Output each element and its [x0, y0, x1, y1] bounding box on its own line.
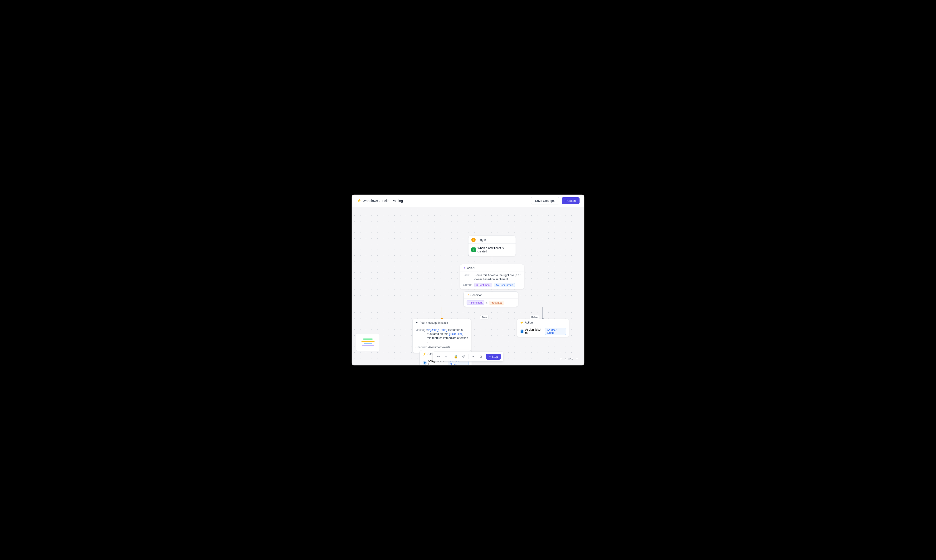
- message-value: @{User_Group}@{User_Group} customer is f…: [427, 328, 468, 344]
- breadcrumb: ⚡ Workflows / Ticket Routing: [356, 198, 403, 203]
- slack-icon: ✦: [416, 321, 418, 325]
- channel-row: Channel: #sentiment-alerts: [416, 345, 468, 349]
- sentiment-tag: ≡ Sentiment: [474, 283, 492, 287]
- mini-bar-3: [364, 343, 372, 344]
- person-icon-false: 👤: [520, 329, 524, 334]
- save-changes-button[interactable]: Save Changes: [531, 197, 559, 205]
- scissors-button[interactable]: ✂: [470, 353, 477, 360]
- step-label: Step: [491, 355, 498, 358]
- zoom-minus-button[interactable]: −: [574, 356, 580, 362]
- condition-header-label: Condition: [470, 294, 482, 297]
- refresh-button[interactable]: ↺: [460, 353, 467, 360]
- task-row: Task: Route this ticket to the right gro…: [463, 273, 521, 282]
- channel-value: #sentiment-alerts: [428, 345, 450, 349]
- action-false-body: 👤 Assign ticket to Aa User Group: [517, 326, 569, 337]
- condition-node[interactable]: ⇄ Condition ≡ Sentiment is Frustrated: [463, 291, 518, 307]
- breadcrumb-separator: /: [379, 199, 380, 203]
- user-group-tag: Aa User Group: [494, 283, 515, 287]
- task-label: Task:: [463, 273, 473, 277]
- ask-ai-header-label: Ask AI: [467, 266, 475, 270]
- condition-header: ⇄ Condition: [464, 292, 518, 298]
- trigger-header-label: Trigger: [477, 238, 486, 242]
- message-row: Message: @{User_Group}@{User_Group} cust…: [416, 328, 468, 344]
- trigger-row: + When a new ticket is created: [471, 246, 513, 254]
- copy-button[interactable]: ⧉: [477, 353, 484, 360]
- trigger-node-header: ⚡ Trigger: [468, 236, 516, 244]
- user-group-tag-false: Aa User Group: [545, 328, 566, 335]
- mini-bar-1: [363, 338, 373, 340]
- person-icon-true: 👤: [423, 361, 427, 365]
- message-label: Message:: [416, 328, 425, 332]
- condition-value: Frustrated: [489, 301, 504, 305]
- app-window: ⚡ Workflows / Ticket Routing Save Change…: [351, 194, 585, 366]
- condition-sentiment-tag: ≡ Sentiment: [466, 300, 484, 305]
- step-plus-icon: +: [489, 355, 491, 358]
- lock-button[interactable]: 🔒: [453, 353, 459, 360]
- channel-label: Channel:: [416, 345, 427, 349]
- ask-ai-body: Task: Route this ticket to the right gro…: [460, 271, 524, 289]
- action-false-header: ⚡ Action: [517, 319, 569, 326]
- workflow-canvas: ⚡ Trigger + When a new ticket is created…: [352, 207, 584, 365]
- zoom-value: 100%: [565, 357, 573, 361]
- zoom-control: + 100% −: [558, 356, 580, 362]
- post-message-body: Message: @{User_Group}@{User_Group} cust…: [413, 326, 471, 353]
- condition-body: ≡ Sentiment is Frustrated: [464, 298, 518, 307]
- bottom-toolbar: ↩ ↪ 🔒 ↺ ✂ ⧉ + Step: [433, 352, 503, 362]
- undo-button[interactable]: ↩: [435, 353, 442, 360]
- trigger-icon: ⚡: [471, 238, 476, 242]
- post-message-header-label: Post message in slack: [419, 321, 448, 325]
- redo-button[interactable]: ↪: [443, 353, 450, 360]
- action-false-header-label: Action: [525, 321, 533, 324]
- output-label: Output: [463, 283, 473, 287]
- action-node-false[interactable]: ⚡ Action 👤 Assign ticket to Aa User Grou…: [517, 319, 569, 337]
- header: ⚡ Workflows / Ticket Routing Save Change…: [352, 195, 584, 207]
- trigger-text: When a new ticket is created: [477, 246, 513, 253]
- header-actions: Save Changes Publish: [531, 197, 580, 205]
- green-plus-icon: +: [471, 248, 476, 252]
- condition-is: is: [486, 301, 488, 304]
- ask-ai-header: ✦ Ask AI: [460, 264, 524, 271]
- mini-map: [356, 333, 380, 351]
- breadcrumb-workflows[interactable]: Workflows: [363, 199, 378, 203]
- publish-button[interactable]: Publish: [562, 197, 580, 204]
- breadcrumb-current: Ticket Routing: [382, 199, 403, 203]
- true-branch-label: True: [480, 315, 489, 320]
- ask-ai-icon: ✦: [463, 266, 466, 270]
- action-false-icon: ⚡: [520, 321, 523, 324]
- action-true-icon: ⚡: [423, 352, 426, 355]
- post-message-node[interactable]: ✦ Post message in slack Message: @{User_…: [413, 319, 471, 353]
- trigger-node[interactable]: ⚡ Trigger + When a new ticket is created: [468, 235, 516, 256]
- zoom-plus-button[interactable]: +: [558, 356, 563, 362]
- assign-text-false: Assign ticket to: [525, 328, 544, 335]
- mini-bar-2: [362, 341, 374, 342]
- task-value: Route this ticket to the right group or …: [474, 273, 521, 282]
- post-message-header: ✦ Post message in slack: [413, 319, 471, 326]
- condition-icon: ⇄: [466, 294, 469, 297]
- output-row: Output ≡ Sentiment Aa User Group: [463, 283, 521, 287]
- mini-bar-4: [362, 345, 374, 346]
- trigger-node-body: + When a new ticket is created: [468, 244, 516, 256]
- add-step-button[interactable]: + Step: [486, 354, 501, 360]
- bolt-icon: ⚡: [356, 198, 361, 203]
- ask-ai-node[interactable]: ✦ Ask AI Task: Route this ticket to the …: [460, 264, 524, 289]
